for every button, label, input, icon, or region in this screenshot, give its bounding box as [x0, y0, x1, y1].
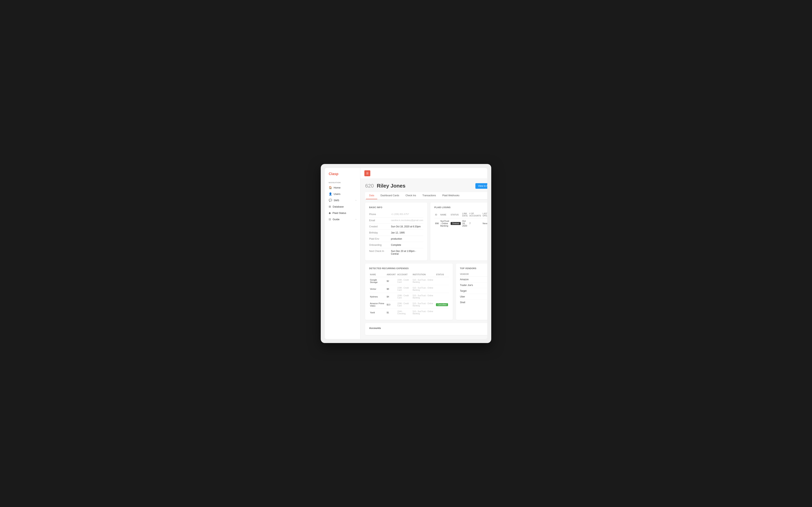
- chevron-icon: ›: [356, 199, 356, 202]
- sidebar-item-database[interactable]: ⊞ Database: [325, 204, 360, 210]
- col-name: NAME: [440, 211, 450, 218]
- recurring-expenses-card: Detected Recurring Expenses NAME AMOUNT …: [365, 264, 453, 320]
- expense-amount: $2: [386, 277, 397, 285]
- col-status: STATUS: [435, 272, 449, 277]
- tab-data[interactable]: Data: [366, 192, 377, 199]
- database-icon: ⊞: [329, 205, 331, 208]
- row-link-date: Oct 10, 2020: [461, 218, 469, 229]
- expense-row: Nytimes $4 1598 - Credit Card 510 - SunT…: [369, 293, 449, 301]
- vendor-item: Uber: [460, 294, 487, 300]
- info-row-next-checkin: Next Check In Sun Dec 20 at 1:00pm - Cen…: [369, 248, 423, 257]
- expense-institution: 510 - SunTrust - Online Banking: [412, 301, 435, 309]
- expense-amount: $1: [386, 309, 397, 317]
- vendor-list: AmazonTrader Joe'sTargetUberShell: [460, 277, 487, 305]
- app-logo: Clasp: [325, 172, 360, 180]
- sidebar-item-label: Guide: [333, 218, 340, 221]
- expense-row: Yardi $1 1544 - Checking 510 - SunTrust …: [369, 309, 449, 317]
- view-admin-button[interactable]: View in Admin: [475, 183, 487, 189]
- expense-row: Ventur $8 1598 - Credit Card 510 - SunTr…: [369, 285, 449, 293]
- onboarding-value: Complete: [391, 243, 401, 246]
- col-id: ID: [434, 211, 440, 218]
- sidebar-item-users[interactable]: 👤 Users: [325, 191, 360, 197]
- vendor-item: Trader Joe's: [460, 282, 487, 288]
- app-container: Clasp NAVIGATION 🏠 Home 👤 Users 💬 SMS › …: [325, 168, 487, 339]
- next-checkin-label: Next Check In: [369, 250, 391, 255]
- tab-dashboard-cards[interactable]: Dashboard Cards: [377, 192, 402, 199]
- page-header: 620 Riley Jones View in Admin: [365, 183, 487, 189]
- sidebar-item-label: SMS: [334, 199, 339, 202]
- user-id: 620: [365, 183, 374, 189]
- expense-account: 1598 - Credit Card: [397, 301, 412, 309]
- plaid-env-label: Plaid Env: [369, 237, 391, 240]
- sidebar-item-guide[interactable]: ⊟ Guide ›: [325, 216, 360, 222]
- plaid-logins-card: Plaid Logins ID NAME STATUS LINK DATE # …: [430, 203, 487, 261]
- sidebar-item-home[interactable]: 🏠 Home: [325, 184, 360, 191]
- info-row-created: Created Sun Oct 18, 2020 at 6:33pm: [369, 224, 423, 230]
- col-link-date: LINK DATE: [461, 211, 469, 218]
- tab-check-ins[interactable]: Check Ins: [402, 192, 419, 199]
- table-header-row: ID NAME STATUS LINK DATE # OF ACCOUNTS L…: [434, 211, 487, 218]
- sidebar-item-sms[interactable]: 💬 SMS ›: [325, 197, 360, 204]
- vendor-item: Shell: [460, 300, 487, 305]
- expenses-header-row: NAME AMOUNT ACCOUNT INSTITUTION STATUS: [369, 272, 449, 277]
- sidebar-item-label: Database: [333, 205, 344, 208]
- col-name: NAME: [369, 272, 386, 277]
- device-wrapper: Clasp NAVIGATION 🏠 Home 👤 Users 💬 SMS › …: [321, 164, 491, 343]
- accounts-title: Accounts: [369, 327, 487, 330]
- sidebar-item-plaid-status[interactable]: ◆ Plaid Status: [325, 210, 360, 216]
- expense-status: Cancelled: [435, 301, 449, 309]
- tab-transactions[interactable]: Transactions: [419, 192, 439, 199]
- vendor-item: Target: [460, 288, 487, 294]
- col-institution: INSTITUTION: [412, 272, 435, 277]
- birthday-label: Birthday: [369, 231, 391, 234]
- vendor-col-header: VENDOR: [460, 272, 487, 277]
- users-icon: 👤: [329, 192, 332, 195]
- menu-button[interactable]: ☰: [364, 170, 370, 176]
- plaid-logins-title: Plaid Logins: [434, 206, 487, 209]
- expense-name: Ventur: [369, 285, 386, 293]
- tab-plaid-webhooks[interactable]: Plaid Webhooks: [439, 192, 463, 199]
- phone-value: +1 (206) 801-6757: [391, 213, 409, 216]
- expense-account: 1598 - Credit Card: [397, 277, 412, 285]
- expense-amount: $4: [386, 293, 397, 301]
- next-checkin-value: Sun Dec 20 at 1:00pm - Central: [391, 250, 423, 255]
- col-account: ACCOUNT: [397, 272, 412, 277]
- expense-name: Google Storage: [369, 277, 386, 285]
- created-value: Sun Oct 18, 2020 at 6:33pm: [391, 225, 421, 228]
- top-bar: ☰: [360, 168, 487, 179]
- sidebar: Clasp NAVIGATION 🏠 Home 👤 Users 💬 SMS › …: [325, 168, 360, 339]
- expense-account: 1544 - Checking: [397, 309, 412, 317]
- info-row-email: Email caroline.k.mccloskey@gmail.com: [369, 218, 423, 224]
- expense-institution: 510 - SunTrust - Online Banking: [412, 309, 435, 317]
- sidebar-item-label: Plaid Status: [333, 212, 346, 215]
- basic-info-title: Basic Info: [369, 206, 423, 209]
- email-value: caroline.k.mccloskey@gmail.com: [391, 219, 423, 222]
- info-row-birthday: Birthday Jan 12, 1995: [369, 230, 423, 236]
- expense-name: Yardi: [369, 309, 386, 317]
- col-amount: AMOUNT: [386, 272, 397, 277]
- plaid-env-value: production: [391, 237, 402, 240]
- expense-status: [435, 277, 449, 285]
- expense-status: [435, 293, 449, 301]
- top-vendors-card: Top Vendors VENDOR AmazonTrader Joe'sTar…: [456, 264, 487, 320]
- expense-account: 1598 - Credit Card: [397, 285, 412, 293]
- top-vendors-title: Top Vendors: [460, 267, 487, 270]
- expense-name: Nytimes: [369, 293, 386, 301]
- expense-status: [435, 309, 449, 317]
- recurring-expenses-title: Detected Recurring Expenses: [369, 267, 449, 270]
- expense-account: 1598 - Credit Card: [397, 293, 412, 301]
- row-name: SunTrust - Online Banking: [440, 218, 450, 229]
- onboarding-label: Onboarding: [369, 243, 391, 246]
- expenses-row: Detected Recurring Expenses NAME AMOUNT …: [365, 264, 487, 320]
- col-status: STATUS: [450, 211, 461, 218]
- expense-institution: 510 - SunTrust - Online Banking: [412, 277, 435, 285]
- page-content: 620 Riley Jones View in Admin Data Dashb…: [360, 179, 487, 339]
- user-name: Riley Jones: [377, 183, 406, 189]
- tabs-bar: Data Dashboard Cards Check Ins Transacti…: [365, 192, 487, 200]
- info-row-plaid-env: Plaid Env production: [369, 236, 423, 242]
- plaid-status-icon: ◆: [329, 211, 331, 215]
- col-last-update: LAST UPDATE: [482, 211, 487, 218]
- info-row-onboarding: Onboarding Complete: [369, 242, 423, 248]
- main-content: ☰ 620 Riley Jones View in Admin Data Das…: [360, 168, 487, 339]
- page-title: 620 Riley Jones: [365, 183, 405, 189]
